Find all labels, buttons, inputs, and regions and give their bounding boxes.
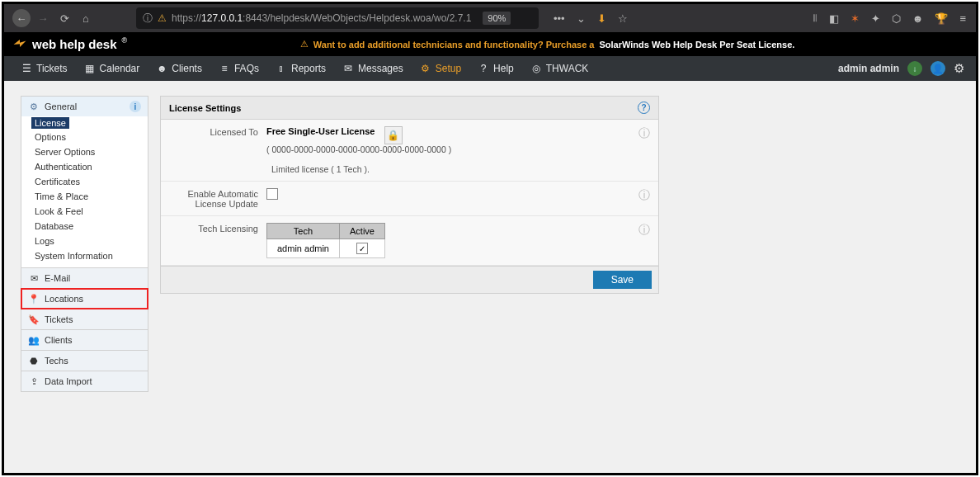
banner-lead: Want to add additional technicians and f… — [313, 40, 595, 50]
sidebar-section-clients[interactable]: 👥Clients — [21, 330, 148, 350]
sidebar-item-logs[interactable]: Logs — [21, 234, 148, 248]
location-pin-icon: 📍 — [28, 293, 40, 305]
browser-back-button[interactable]: ← — [12, 9, 31, 27]
arrow-down-icon: ↓ — [913, 64, 917, 73]
logo-text: web help desk — [32, 37, 117, 51]
sidebar-item-certificates[interactable]: Certificates — [21, 174, 148, 189]
info-icon[interactable]: ⓘ — [638, 126, 650, 141]
person-icon: 👤 — [932, 64, 944, 74]
chart-icon: ⫾ — [276, 63, 287, 74]
page-actions-icon[interactable]: ••• — [554, 12, 565, 25]
sidebar-section-general[interactable]: ⚙ General i — [21, 97, 148, 116]
gear-icon: ⚙ — [28, 101, 40, 112]
badge-icon: ⬣ — [28, 355, 40, 366]
import-icon: ⇪ — [28, 375, 40, 387]
envelope-icon: ✉ — [342, 63, 354, 74]
settings-gear-icon[interactable]: ⚙ — [954, 61, 964, 76]
save-button[interactable]: Save — [593, 271, 652, 289]
sidebar-item-time-place[interactable]: Time & Place — [21, 189, 148, 204]
account-icon[interactable]: ☻ — [912, 12, 924, 25]
hamburger-menu-icon[interactable]: ≡ — [959, 12, 966, 25]
auto-update-checkbox[interactable] — [266, 188, 278, 200]
sidebar-section-locations[interactable]: 📍Locations — [21, 289, 148, 309]
envelope-icon: ✉ — [28, 272, 40, 284]
info-icon[interactable]: i — [130, 101, 141, 112]
people-icon: 👥 — [28, 334, 40, 346]
person-icon: ☻ — [156, 63, 167, 74]
url-text: https://127.0.0.1:8443/helpdesk/WebObjec… — [172, 12, 471, 24]
faq-icon: ≡ — [219, 63, 230, 74]
bookmark-star-icon[interactable]: ☆ — [618, 12, 628, 25]
auto-update-label: Enable Automatic License Update — [169, 188, 266, 209]
sidebar-item-look-feel[interactable]: Look & Feel — [21, 204, 148, 219]
sidebar-section-data-import[interactable]: ⇪Data Import — [21, 371, 148, 391]
pocket-icon[interactable]: ⌄ — [577, 12, 586, 25]
panel-title: License Settings — [169, 103, 241, 113]
panel-help-icon[interactable]: ? — [638, 102, 650, 114]
table-row: admin admin ✓ — [267, 239, 385, 258]
trophy-icon[interactable]: 🏆 — [935, 12, 948, 25]
license-note: Limited license ( 1 Tech ). — [266, 164, 638, 174]
sidebar-item-authentication[interactable]: Authentication — [21, 159, 148, 174]
list-icon: ☰ — [21, 63, 32, 74]
warning-icon: ⚠ — [300, 39, 309, 50]
url-bar[interactable]: ⓘ ⚠ https://127.0.0.1:8443/helpdesk/WebO… — [136, 7, 539, 29]
nav-setup[interactable]: ⚙Setup — [412, 56, 469, 81]
app-logo[interactable]: web help desk ® — [12, 37, 127, 52]
help-icon: ? — [478, 63, 489, 74]
calendar-icon: ▦ — [84, 63, 96, 74]
extension-icon-2[interactable]: ✦ — [871, 12, 880, 25]
library-icon[interactable]: ⫴ — [813, 12, 817, 25]
tech-licensing-label: Tech Licensing — [169, 223, 266, 258]
unlock-license-button[interactable]: 🔒 — [384, 126, 403, 144]
nav-messages[interactable]: ✉Messages — [334, 56, 412, 81]
sidebar-section-tickets[interactable]: 🔖Tickets — [21, 309, 148, 329]
lock-warning-icon: ⚠ — [158, 12, 167, 24]
lock-icon: 🔒 — [387, 130, 399, 141]
license-name: Free Single-User License — [266, 126, 375, 136]
sidebar-item-database[interactable]: Database — [21, 219, 148, 234]
zoom-badge[interactable]: 90% — [483, 12, 511, 25]
license-settings-panel: License Settings ? Licensed To Free Sing… — [160, 96, 659, 294]
extension-icon-3[interactable]: ⬡ — [892, 12, 901, 25]
browser-home-button[interactable]: ⌂ — [77, 9, 95, 27]
nav-help[interactable]: ?Help — [469, 56, 522, 81]
nav-tickets[interactable]: ☰Tickets — [12, 56, 76, 81]
tech-active-checkbox[interactable]: ✓ — [356, 243, 368, 254]
tag-icon: 🔖 — [28, 314, 40, 325]
setup-sidebar: ⚙ General i License Options Server Optio… — [21, 96, 148, 392]
current-user: admin admin — [838, 63, 899, 74]
thwack-icon: ◎ — [530, 63, 542, 74]
banner: ⚠ Want to add additional technicians and… — [300, 39, 795, 50]
sidebar-item-license[interactable]: License — [31, 117, 69, 129]
banner-link[interactable]: SolarWinds Web Help Desk Per Seat Licens… — [599, 40, 794, 50]
nav-clients[interactable]: ☻Clients — [148, 56, 210, 81]
logo-icon — [12, 37, 27, 52]
user-avatar[interactable]: 👤 — [931, 61, 945, 76]
nav-calendar[interactable]: ▦Calendar — [76, 56, 148, 81]
nav-reports[interactable]: ⫾Reports — [267, 56, 334, 81]
sidebar-item-system-info[interactable]: System Information — [21, 248, 148, 267]
licensed-to-label: Licensed To — [169, 126, 266, 174]
sidebar-section-techs[interactable]: ⬣Techs — [21, 351, 148, 371]
nav-faqs[interactable]: ≡FAQs — [210, 56, 267, 81]
th-tech: Tech — [267, 224, 340, 239]
info-icon[interactable]: ⓘ — [638, 188, 650, 203]
sidebar-item-server-options[interactable]: Server Options — [21, 144, 148, 159]
license-key: ( 0000-0000-0000-0000-0000-0000-0000-000… — [266, 144, 638, 154]
extension-icon-1[interactable]: ✶ — [850, 12, 860, 25]
browser-reload-button[interactable]: ⟳ — [55, 9, 73, 27]
sidebar-section-email[interactable]: ✉E-Mail — [21, 268, 148, 288]
gear-icon: ⚙ — [420, 63, 431, 74]
th-active: Active — [339, 224, 384, 239]
browser-forward-button[interactable]: → — [34, 9, 52, 27]
tech-name-cell: admin admin — [267, 239, 340, 258]
status-avatar[interactable]: ↓ — [907, 61, 922, 76]
sidebar-item-options[interactable]: Options — [21, 130, 148, 144]
nav-thwack[interactable]: ◎THWACK — [522, 56, 597, 81]
info-icon[interactable]: ⓘ — [638, 223, 650, 238]
downloads-icon[interactable]: ⬇ — [597, 12, 606, 25]
tech-licensing-table: Tech Active admin admin ✓ — [266, 223, 385, 258]
site-info-icon[interactable]: ⓘ — [143, 12, 153, 26]
sidebar-icon[interactable]: ◧ — [829, 12, 839, 25]
